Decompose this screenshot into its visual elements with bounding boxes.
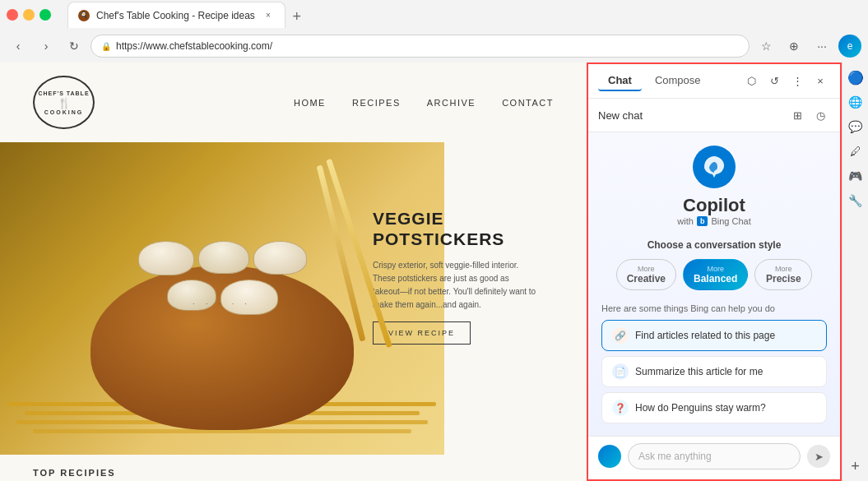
copilot-toolbar-icon[interactable]: e (838, 35, 861, 58)
copilot-tabs: Chat Compose (598, 71, 711, 91)
site-hero: · · · · · VEGGIE POTSTICKERS Crispy exte… (0, 142, 587, 455)
logo-bottom: COOKING (44, 109, 83, 115)
browser-toolbar: ‹ › ↻ 🔒 https://www.chefstablecooking.co… (0, 30, 868, 62)
style-precise[interactable]: More Precise (754, 259, 812, 290)
disclaimer: Bing is powered by AI, so surprises and … (601, 428, 827, 436)
suggestion-text-3: How do Penguins stay warm? (635, 402, 766, 414)
new-chat-grid-button[interactable]: ⊞ (787, 105, 807, 125)
copilot-body: Copilot with b Bing Chat Choose a conver… (588, 132, 840, 436)
nav-home[interactable]: HOME (294, 98, 326, 108)
new-chat-label: New chat (598, 109, 643, 122)
browser-sidebar: 🔵 🌐 💬 🖊 🎮 🔧 + (842, 62, 868, 481)
website: CHEF'S TABLE 🍴 COOKING HOME RECIPES ARCH… (0, 62, 587, 481)
suggestion-text-2: Summarize this article for me (635, 366, 763, 377)
copilot-avatar (598, 445, 621, 468)
url-text: https://www.chefstablecooking.com/ (116, 40, 272, 52)
input-placeholder: Ask me anything (638, 451, 712, 462)
sidebar-tools-icon[interactable]: 🔧 (844, 189, 867, 212)
hero-text: VEGGIE POTSTICKERS Crispy exterior, soft… (373, 208, 537, 345)
window-maximize-button[interactable] (39, 9, 51, 21)
forward-button[interactable]: › (35, 35, 58, 58)
suggestion-penguins[interactable]: ❓ How do Penguins stay warm? (601, 392, 827, 423)
new-chat-history-button[interactable]: ◷ (810, 105, 830, 125)
refresh-button[interactable]: ↺ (764, 72, 784, 91)
sidebar-web-icon[interactable]: 🌐 (844, 90, 867, 113)
window-close-button[interactable] (7, 9, 18, 21)
ask-input[interactable]: Ask me anything (628, 443, 801, 469)
dumpling (220, 280, 278, 315)
new-chat-bar: New chat ⊞ ◷ (588, 99, 840, 132)
conv-style-title: Choose a conversation style (648, 239, 782, 251)
sidebar-copilot-icon[interactable]: 🔵 (844, 66, 867, 89)
hero-title: VEGGIE POTSTICKERS (373, 208, 537, 249)
nav-recipes[interactable]: RECIPES (352, 98, 401, 108)
copilot-header: Chat Compose ⬡ ↺ ⋮ × (588, 64, 840, 99)
back-button[interactable]: ‹ (7, 35, 30, 58)
dumplings: · · · · · (115, 241, 329, 315)
sidebar-chat-icon[interactable]: 💬 (844, 115, 867, 138)
site-nav-links: HOME RECIPES ARCHIVE CONTACT (294, 98, 554, 108)
copilot-panel: Chat Compose ⬡ ↺ ⋮ × New chat ⊞ (587, 62, 842, 481)
lock-icon: 🔒 (101, 42, 111, 51)
more-button[interactable]: ⋮ (787, 72, 807, 91)
bing-badge: b (697, 216, 708, 226)
main-content: CHEF'S TABLE 🍴 COOKING HOME RECIPES ARCH… (0, 62, 868, 481)
refresh-button[interactable]: ↻ (63, 35, 86, 58)
site-nav: CHEF'S TABLE 🍴 COOKING HOME RECIPES ARCH… (0, 62, 587, 142)
copilot-header-actions: ⬡ ↺ ⋮ × (741, 72, 830, 91)
style-creative[interactable]: More Creative (616, 259, 676, 290)
suggestion-find-articles[interactable]: 🔗 Find articles related to this page (601, 320, 827, 351)
tab-compose[interactable]: Compose (645, 71, 711, 91)
sidebar-add-button[interactable]: + (844, 455, 867, 478)
suggestion-doc-icon: 📄 (612, 363, 629, 380)
dumpling (253, 241, 307, 275)
nav-archive[interactable]: ARCHIVE (427, 98, 476, 108)
dumpling (198, 241, 249, 274)
conv-style-buttons: More Creative More Balanced More Precise (616, 259, 813, 290)
address-bar[interactable]: 🔒 https://www.chefstablecooking.com/ (91, 35, 750, 58)
site-logo: CHEF'S TABLE 🍴 COOKING (33, 76, 95, 129)
site-bottom: TOP RECIPIES (0, 455, 587, 481)
more-icon[interactable]: ··· (810, 35, 833, 58)
sidebar-games-icon[interactable]: 🎮 (844, 164, 867, 187)
copilot-input: Ask me anything ➤ (588, 436, 840, 479)
suggestions-title: Here are some things Bing can help you d… (601, 303, 775, 313)
suggestion-link-icon: 🔗 (612, 327, 629, 344)
logo-top: CHEF'S TABLE (38, 90, 89, 98)
copilot-logo (693, 146, 736, 188)
suggestion-summarize[interactable]: 📄 Summarize this article for me (601, 356, 827, 387)
tab-close-button[interactable]: × (262, 9, 275, 22)
tab-title: Chef's Table Cooking - Recipe ideas (96, 10, 255, 21)
style-balanced[interactable]: More Balanced (683, 259, 748, 290)
tab-favicon: 🍳 (78, 10, 90, 21)
dumpling (138, 241, 194, 275)
new-tab-button[interactable]: + (285, 5, 309, 28)
browser-frame: 🍳 Chef's Table Cooking - Recipe ideas × … (0, 0, 868, 481)
suggestion-question-icon: ❓ (612, 400, 629, 416)
close-button[interactable]: × (810, 72, 830, 91)
collections-icon[interactable]: ⊕ (782, 35, 805, 58)
send-button[interactable]: ➤ (807, 445, 830, 468)
seeds: · · · · · (193, 301, 252, 307)
logo-icon: 🍴 (58, 97, 71, 109)
nav-contact[interactable]: CONTACT (502, 98, 554, 108)
suggestion-text-1: Find articles related to this page (635, 330, 775, 341)
bowl: · · · · · (91, 266, 354, 430)
copilot-subtitle: with b Bing Chat (677, 216, 750, 226)
popout-button[interactable]: ⬡ (741, 72, 761, 91)
browser-tab[interactable]: 🍳 Chef's Table Cooking - Recipe ideas × (67, 2, 285, 28)
window-minimize-button[interactable] (23, 9, 35, 21)
sidebar-compose-icon[interactable]: 🖊 (844, 140, 867, 163)
tab-chat[interactable]: Chat (598, 71, 642, 91)
section-title: TOP RECIPIES (33, 468, 554, 478)
copilot-title: Copilot (683, 195, 745, 216)
hero-description: Crispy exterior, soft veggie-filled inte… (373, 259, 537, 312)
favorites-icon[interactable]: ☆ (754, 35, 777, 58)
